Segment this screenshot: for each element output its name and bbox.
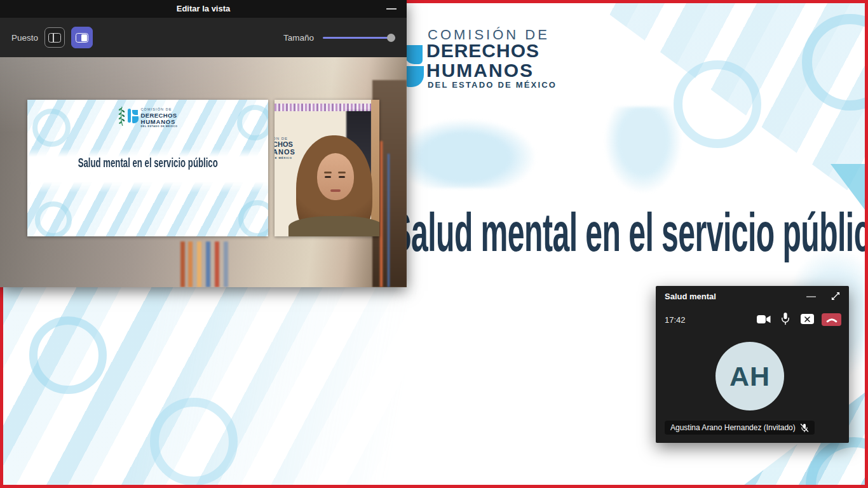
logo-line-3: HUMANOS (426, 60, 534, 81)
participant-shoulders (288, 216, 379, 236)
decor-ring (35, 201, 72, 236)
room-photo-stripe (388, 154, 390, 287)
decor-ring (150, 398, 238, 485)
room-photo-books (206, 241, 210, 287)
call-title: Salud mental (665, 292, 716, 301)
layout-content-right-button[interactable] (71, 27, 93, 48)
size-label: Tamaño (283, 33, 314, 43)
layout-left-icon (48, 33, 61, 43)
slider-thumb[interactable] (387, 34, 395, 42)
hang-up-icon (826, 317, 837, 323)
share-border-bottom (0, 485, 868, 488)
camera-icon (756, 314, 771, 325)
decor-watermark (408, 119, 535, 188)
decor-watermark (605, 107, 681, 193)
backdrop-pattern-band (275, 104, 371, 111)
size-slider[interactable] (323, 33, 395, 42)
participant-name: Agustina Arano Hernandez (Invitado) (670, 423, 796, 432)
call-timer: 17:42 (665, 315, 686, 325)
edit-view-controls: Puesto Tamaño (0, 18, 407, 57)
logo-line-2: DERECHOS (426, 40, 539, 62)
participant-face (317, 153, 354, 200)
camera-button[interactable] (756, 314, 771, 325)
room-photo-books (215, 241, 219, 287)
share-border-right (865, 0, 868, 488)
expand-icon[interactable] (831, 291, 841, 301)
hang-up-button[interactable] (822, 313, 841, 326)
room-photo-books (188, 241, 193, 287)
layout-content-left-button[interactable] (44, 27, 65, 48)
minimize-icon[interactable] (386, 8, 397, 10)
shared-slide-thumbnail[interactable]: COMISIÓN DE DERECHOS HUMANOS DEL ESTADO … (27, 100, 268, 236)
codhem-logo-mark-icon (128, 107, 139, 126)
decor-ring (674, 60, 761, 148)
slider-track[interactable] (323, 37, 395, 39)
webcam-video-tile[interactable]: ÓN DE CHOS ANOS DE MÉXICO (275, 100, 379, 236)
microphone-button[interactable] (781, 312, 790, 326)
room-photo-books (180, 241, 185, 287)
laurel-icon (118, 106, 125, 126)
mic-off-icon (800, 423, 809, 433)
layout-preview: COMISIÓN DE DERECHOS HUMANOS DEL ESTADO … (0, 57, 407, 287)
slide-title-text: Salud mental en el servicio público (391, 205, 868, 259)
logo-line-2: DERECHOS (141, 112, 178, 119)
webcam-background (371, 100, 379, 236)
position-label: Puesto (11, 33, 38, 43)
logo-line-4: DEL ESTADO DE MÉXICO (141, 126, 178, 128)
logo-line-1: COMISIÓN DE (141, 108, 178, 112)
codhem-logo-mark-icon (405, 66, 424, 87)
logo-line-3: HUMANOS (141, 119, 178, 125)
close-icon (804, 316, 810, 322)
decor-ring (29, 316, 107, 394)
edit-view-titlebar: Editar la vista (0, 0, 407, 18)
backdrop-logo-fragment: ÓN DE CHOS ANOS DE MÉXICO (275, 137, 295, 159)
screen: COMISIÓN DE DERECHOS HUMANOS DEL ESTADO … (0, 0, 868, 488)
slide-logo: COMISIÓN DE DERECHOS HUMANOS DEL ESTADO … (27, 106, 268, 134)
slide-title-small: Salud mental en el servicio público (27, 156, 268, 170)
slide-title-text: Salud mental en el servicio público (78, 156, 217, 170)
microphone-icon (781, 312, 790, 326)
room-photo-stripe (380, 141, 383, 287)
room-photo-books (197, 241, 201, 287)
edit-view-window: Editar la vista Puesto Tamaño (0, 0, 407, 287)
minimize-icon[interactable] (806, 296, 816, 297)
codhem-logo-mark-icon (405, 45, 423, 64)
logo-line-4: DEL ESTADO DE MÉXICO (428, 80, 557, 90)
participant-avatar: AH (715, 342, 784, 410)
room-photo-books (224, 241, 228, 287)
call-window[interactable]: Salud mental 17:42 (656, 286, 849, 443)
participant-name-badge: Agustina Arano Hernandez (Invitado) (665, 421, 815, 435)
layout-right-icon (76, 33, 88, 43)
slide-logo-text: COMISIÓN DE DERECHOS HUMANOS DEL ESTADO … (141, 106, 178, 134)
edit-view-title: Editar la vista (0, 0, 407, 18)
stop-share-button[interactable] (801, 314, 814, 324)
